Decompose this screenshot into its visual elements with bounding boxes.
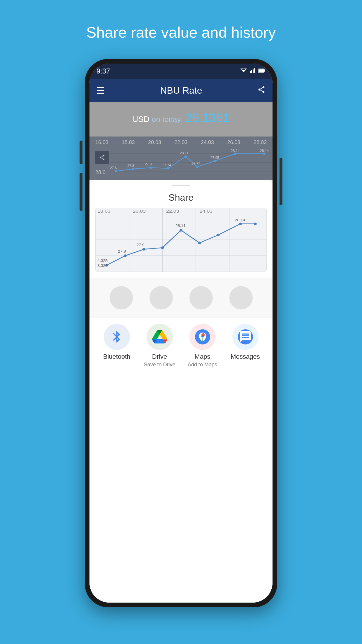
svg-text:28.11: 28.11 [175,224,186,228]
svg-text:27.95: 27.95 [210,156,219,160]
share-option-bluetooth[interactable]: Bluetooth [98,324,136,368]
status-bar: 9:37 [89,64,273,79]
share-icon[interactable] [257,85,266,96]
rate-display: USD on today 28.1381 [95,111,267,125]
svg-text:28.14: 28.14 [235,218,245,222]
svg-point-18 [214,160,216,162]
svg-text:27.74: 27.74 [162,163,171,167]
svg-text:20.03: 20.03 [133,209,146,214]
svg-text:27.77: 27.77 [191,162,200,166]
rate-chart: 28.11 28.14 28.14 27.95 27.77 27.74 27.8… [110,148,273,177]
hamburger-icon[interactable]: ☰ [96,85,105,96]
svg-text:27.6: 27.6 [110,166,117,170]
chart-wrapper: 28.11 28.14 28.14 27.95 27.77 27.74 27.8… [95,148,267,177]
date-label: 18.03 [122,139,135,146]
svg-point-20 [263,153,266,155]
recent-app-3[interactable] [189,286,213,309]
status-time: 9:37 [96,67,110,75]
svg-text:24.03: 24.03 [200,209,213,214]
recent-app-1[interactable] [110,286,133,309]
svg-point-14 [150,167,152,169]
svg-text:28.11: 28.11 [180,151,189,155]
share-handle [172,185,190,186]
drive-icon-container [147,324,173,350]
svg-point-15 [167,167,169,169]
svg-point-12 [115,170,117,172]
svg-point-44 [143,248,145,251]
phone-device: 9:37 [85,59,277,607]
svg-point-46 [180,229,182,232]
drive-icon [152,329,167,344]
bluetooth-icon-container [104,324,130,350]
svg-point-50 [254,223,257,225]
volume-down-button [80,173,82,211]
bluetooth-icon [110,330,124,344]
svg-point-47 [198,242,201,244]
rate-value: 28.1381 [185,111,230,125]
svg-point-17 [196,166,198,168]
share-title: Share [89,189,273,208]
svg-rect-7 [264,70,265,71]
date-label: 22.03 [174,139,187,146]
svg-rect-4 [253,69,254,73]
on-text: on [152,115,162,124]
currency-label: USD [132,115,150,124]
share-sheet: Share 18.03 20.03 22.03 [89,180,273,603]
recent-app-2[interactable] [150,286,173,309]
maps-icon-container [189,324,216,350]
svg-point-19 [234,153,236,155]
svg-rect-8 [259,69,264,72]
svg-text:18.03: 18.03 [97,209,110,214]
svg-point-49 [239,223,242,225]
signal-icon [250,68,255,74]
share-option-messages[interactable]: Messages [226,324,264,368]
maps-label: Maps [195,353,210,360]
recent-app-4[interactable] [229,286,253,309]
maps-icon [195,329,210,344]
svg-point-57 [195,329,210,344]
phone-screen: 9:37 [89,64,273,603]
app-title: NBU Rate [160,85,202,96]
svg-text:28.14: 28.14 [260,149,269,153]
svg-point-45 [161,246,164,249]
svg-marker-1 [241,69,246,71]
svg-text:4.325: 4.325 [97,259,108,263]
chart-share-button[interactable] [95,151,109,164]
svg-rect-3 [251,70,252,73]
app-icons-row [89,278,273,318]
chart-y-label: 28.0 [95,169,106,176]
svg-point-16 [184,155,187,158]
maps-sublabel: Add to Maps [188,362,217,368]
battery-icon [258,69,266,74]
share-preview: 18.03 20.03 22.03 24.03 [95,208,267,272]
date-label: 24.03 [201,139,214,146]
date-label: 20.03 [148,139,161,146]
svg-rect-2 [250,71,251,73]
date-label: 16.03 [95,139,108,146]
svg-text:27.8: 27.8 [145,162,152,166]
svg-point-43 [124,255,127,257]
share-option-drive[interactable]: Drive Save to Drive [141,324,179,368]
messages-label: Messages [231,353,260,360]
bluetooth-label: Bluetooth [103,353,130,360]
date-label: 26.03 [227,139,240,146]
svg-text:27.8: 27.8 [127,164,134,168]
svg-point-48 [217,234,219,237]
wifi-icon [240,68,247,74]
share-options: Bluetooth Drive [89,318,273,377]
svg-text:27.8: 27.8 [118,249,126,253]
drive-label: Drive [152,353,167,360]
date-label: 28.03 [254,139,267,146]
chart-dates: 16.03 18.03 20.03 22.03 24.03 26.03 28.0… [95,139,267,146]
share-option-maps[interactable]: Maps Add to Maps [184,324,222,368]
svg-point-13 [132,168,134,170]
svg-text:22.03: 22.03 [166,209,179,214]
today-label: today [162,115,181,124]
rate-area: USD on today 28.1381 [89,102,273,136]
volume-up-button [80,141,82,164]
drive-sublabel: Save to Drive [144,362,175,368]
power-button [280,158,282,205]
app-bar: ☰ NBU Rate [89,79,273,102]
svg-text:3.325: 3.325 [97,264,108,268]
messages-icon-container [232,324,259,350]
